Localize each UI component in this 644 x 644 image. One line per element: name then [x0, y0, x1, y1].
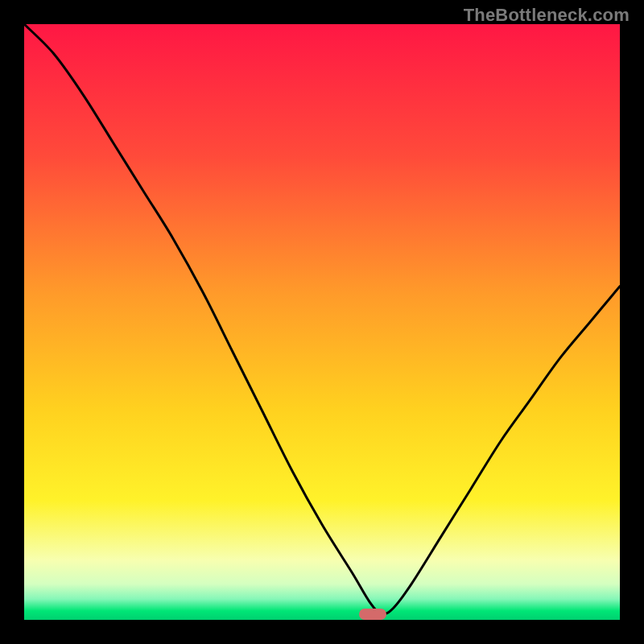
watermark-text: TheBottleneck.com: [464, 5, 630, 26]
optimal-marker: [359, 609, 386, 620]
plot-area: [24, 24, 620, 620]
chart-frame: TheBottleneck.com: [0, 0, 644, 644]
bottleneck-curve: [24, 24, 620, 620]
